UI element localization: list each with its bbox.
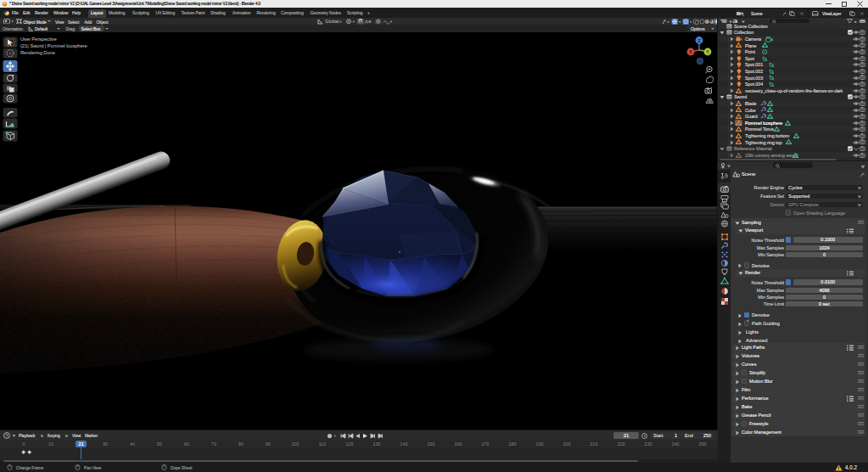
svg-text:130: 130 (373, 441, 381, 447)
svg-text:Global: Global (325, 19, 339, 24)
svg-text:240: 240 (672, 441, 680, 447)
svg-text:40: 40 (130, 441, 135, 447)
svg-text:250: 250 (699, 441, 707, 447)
svg-text:120: 120 (346, 441, 354, 447)
svg-text:Rendering Done: Rendering Done (20, 50, 55, 55)
svg-text:210: 210 (591, 441, 598, 447)
svg-text:230: 230 (645, 441, 652, 447)
svg-text:70: 70 (211, 441, 216, 447)
svg-text:200: 200 (563, 441, 571, 447)
svg-text:90: 90 (266, 441, 271, 447)
svg-text:0: 0 (23, 441, 25, 447)
svg-text:60: 60 (184, 441, 189, 447)
svg-text:180: 180 (509, 441, 517, 447)
svg-text:160: 160 (455, 441, 462, 447)
svg-text:(21) Sword | Pommel Icosphere: (21) Sword | Pommel Icosphere (20, 43, 87, 48)
svg-text:User Perspective: User Perspective (20, 37, 57, 42)
svg-text:140: 140 (400, 441, 408, 447)
svg-text:190: 190 (536, 441, 544, 447)
svg-text:10: 10 (48, 441, 53, 447)
svg-text:220: 220 (618, 441, 625, 447)
svg-text:80: 80 (238, 441, 244, 447)
svg-text:30: 30 (103, 441, 108, 447)
svg-text:100: 100 (292, 441, 300, 447)
svg-text:170: 170 (482, 441, 490, 447)
svg-text:110: 110 (319, 441, 326, 447)
svg-text:Z: Z (697, 38, 700, 43)
svg-text:150: 150 (428, 441, 435, 447)
svg-text:50: 50 (157, 441, 162, 447)
